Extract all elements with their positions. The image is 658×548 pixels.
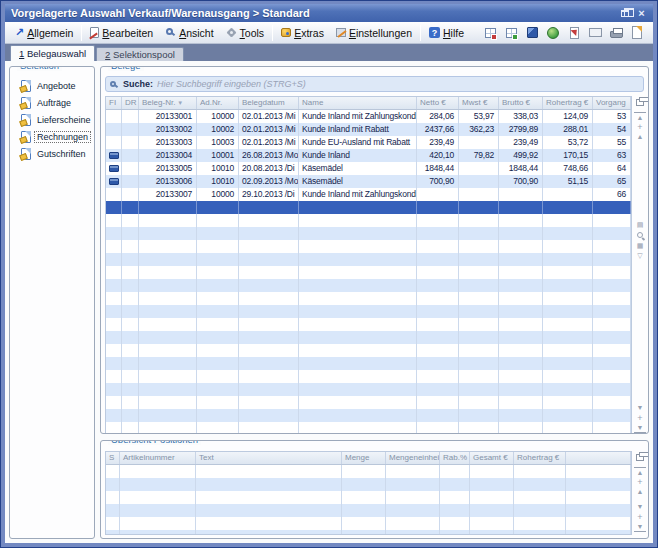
import-table-button[interactable] bbox=[482, 25, 498, 41]
empty-row[interactable] bbox=[106, 383, 631, 396]
col-ad-nr[interactable]: Ad.Nr. bbox=[197, 97, 239, 109]
empty-row[interactable] bbox=[106, 305, 631, 318]
empty-row[interactable] bbox=[106, 370, 631, 383]
col-belegdatum[interactable]: Belegdatum bbox=[239, 97, 299, 109]
search-input[interactable] bbox=[157, 77, 639, 91]
menu-extras[interactable]: Extras bbox=[275, 24, 330, 42]
print-button[interactable] bbox=[608, 25, 624, 41]
empty-row[interactable] bbox=[106, 396, 631, 409]
menu-bearbeiten[interactable]: Bearbeiten bbox=[84, 24, 159, 42]
mail-button[interactable] bbox=[587, 25, 603, 41]
col-menge[interactable]: Menge bbox=[342, 452, 386, 464]
search-bar[interactable]: Suche: bbox=[105, 76, 644, 92]
insert-row-icon[interactable]: + bbox=[634, 122, 646, 132]
column-chooser-icon[interactable] bbox=[636, 99, 644, 106]
title-bar[interactable]: Vorgelagerte Auswahl Verkauf/Warenausgan… bbox=[5, 4, 653, 22]
col-mwst[interactable]: Mwst € bbox=[459, 97, 499, 109]
tab-selektionspool[interactable]: 2 Selektionspool bbox=[96, 47, 184, 61]
scroll-up-icon[interactable]: ▲ bbox=[634, 132, 646, 142]
scroll-down-icon[interactable]: ▼ bbox=[634, 403, 646, 413]
globe-button[interactable] bbox=[545, 25, 561, 41]
menu-tools[interactable]: Tools bbox=[220, 24, 271, 42]
selected-empty-row[interactable] bbox=[106, 201, 631, 214]
col-fi[interactable]: FI bbox=[106, 97, 122, 109]
empty-row[interactable] bbox=[106, 214, 631, 227]
add-table-button[interactable] bbox=[503, 25, 519, 41]
col-beleg-nr[interactable]: Beleg-Nr.▼ bbox=[139, 97, 197, 109]
table-row[interactable]: 20133005 10010 20.08.2013 /Di Käsemädel … bbox=[106, 162, 631, 175]
package-button[interactable] bbox=[524, 25, 540, 41]
zoom-search-icon[interactable] bbox=[637, 232, 643, 238]
restore-button[interactable] bbox=[617, 7, 632, 20]
sidebar-item-lieferscheine[interactable]: Lieferscheine bbox=[21, 111, 94, 128]
table-row[interactable]: 20133004 10001 26.08.2013 /Mo Kunde Inla… bbox=[106, 149, 631, 162]
empty-row[interactable] bbox=[106, 292, 631, 305]
col-name[interactable]: Name bbox=[299, 97, 417, 109]
sidebar-item-auftraege[interactable]: Aufträge bbox=[21, 94, 94, 111]
rows-view-icon[interactable]: ▦ bbox=[634, 241, 646, 251]
menu-hilfe[interactable]: ? Hilfe bbox=[423, 24, 470, 42]
table-row[interactable]: 20133006 10010 02.09.2013 /Mo Käsemädel … bbox=[106, 175, 631, 188]
col-gesamt[interactable]: Gesamt € bbox=[470, 452, 514, 464]
empty-row[interactable] bbox=[106, 331, 631, 344]
cell bbox=[417, 214, 459, 227]
toolbar bbox=[482, 25, 649, 41]
positionen-table: S Artikelnummer Text Menge Mengeneinheit… bbox=[105, 451, 632, 535]
append-row-icon[interactable]: + bbox=[634, 413, 646, 423]
empty-row[interactable] bbox=[106, 344, 631, 357]
filter-icon[interactable]: ▽ bbox=[634, 251, 646, 261]
menu-allgemein[interactable]: ↗ Allgemein bbox=[9, 24, 79, 42]
close-button[interactable]: × bbox=[634, 7, 649, 20]
empty-row[interactable] bbox=[106, 491, 631, 504]
col-artikelnummer[interactable]: Artikelnummer bbox=[120, 452, 196, 464]
insert-row-icon[interactable]: + bbox=[634, 477, 646, 487]
scroll-to-top-icon[interactable]: ▲ bbox=[634, 112, 646, 122]
export-document-button[interactable] bbox=[566, 25, 582, 41]
col-vorgang[interactable]: Vorgang bbox=[593, 97, 631, 109]
empty-row[interactable] bbox=[106, 318, 631, 331]
empty-row[interactable] bbox=[106, 517, 631, 530]
empty-row[interactable] bbox=[106, 227, 631, 240]
col-s[interactable]: S bbox=[106, 452, 120, 464]
col-mengeneinheit[interactable]: Mengeneinheit bbox=[386, 452, 440, 464]
column-chooser-icon[interactable] bbox=[636, 454, 644, 461]
card-view-icon[interactable]: ▤ bbox=[634, 220, 646, 230]
empty-row[interactable] bbox=[106, 357, 631, 370]
sidebar-item-rechnungen[interactable]: Rechnungen bbox=[21, 128, 94, 145]
col-rab[interactable]: Rab.% bbox=[440, 452, 470, 464]
append-row-icon[interactable]: + bbox=[634, 512, 646, 522]
table-row[interactable]: 20133007 10000 29.10.2013 /Di Kunde Inla… bbox=[106, 188, 631, 201]
table-row[interactable]: 20133002 10002 02.01.2013 /Mi Kunde Inla… bbox=[106, 123, 631, 136]
table-row[interactable]: 20133003 10003 02.01.2013 /Mi Kunde EU-A… bbox=[106, 136, 631, 149]
sidebar-item-angebote[interactable]: Angebote bbox=[21, 77, 94, 94]
empty-row[interactable] bbox=[106, 266, 631, 279]
cell bbox=[106, 253, 122, 266]
empty-row[interactable] bbox=[106, 530, 631, 535]
empty-row[interactable] bbox=[106, 465, 631, 478]
empty-row[interactable] bbox=[106, 409, 631, 422]
table-row[interactable]: 20133001 10000 02.01.2013 /Mi Kunde Inla… bbox=[106, 110, 631, 123]
empty-row[interactable] bbox=[106, 478, 631, 491]
scroll-up-icon[interactable]: ▲ bbox=[634, 487, 646, 497]
col-dr[interactable]: DR bbox=[122, 97, 139, 109]
col-brutto[interactable]: Brutto € bbox=[499, 97, 543, 109]
empty-row[interactable] bbox=[106, 422, 631, 434]
col-netto[interactable]: Netto € bbox=[417, 97, 459, 109]
new-document-button[interactable] bbox=[629, 25, 645, 41]
col-text[interactable]: Text bbox=[196, 452, 342, 464]
scroll-to-bottom-icon[interactable]: ▼ bbox=[634, 423, 646, 433]
col-rohertrag[interactable]: Rohertrag € bbox=[514, 452, 566, 464]
scroll-to-bottom-icon[interactable]: ▼ bbox=[634, 522, 646, 532]
empty-row[interactable] bbox=[106, 504, 631, 517]
sidebar-item-gutschriften[interactable]: Gutschriften bbox=[21, 145, 94, 162]
menu-ansicht[interactable]: Ansicht bbox=[159, 24, 219, 42]
empty-row[interactable] bbox=[106, 253, 631, 266]
scroll-to-top-icon[interactable]: ▲ bbox=[634, 467, 646, 477]
tab-belegauswahl[interactable]: 1 Belegauswahl bbox=[10, 45, 95, 61]
empty-row[interactable] bbox=[106, 279, 631, 292]
empty-row[interactable] bbox=[106, 240, 631, 253]
scroll-down-icon[interactable]: ▼ bbox=[634, 502, 646, 512]
menu-einstellungen[interactable]: Einstellungen bbox=[330, 24, 418, 42]
col-rohertrag[interactable]: Rohertrag € bbox=[543, 97, 593, 109]
menu-separator bbox=[420, 25, 421, 41]
